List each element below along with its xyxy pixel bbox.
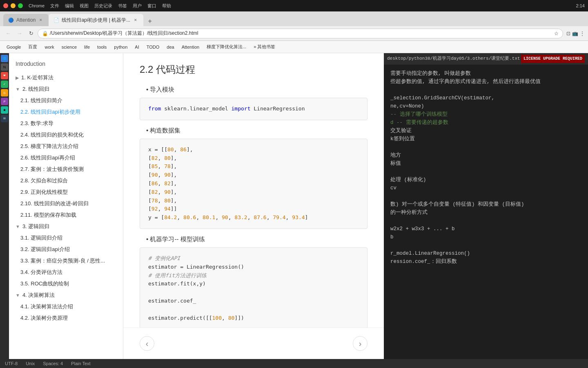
menu-user[interactable]: 用户 [133, 3, 142, 9]
cast-icon[interactable]: 📺 [572, 31, 578, 36]
tab-label-attention: Attention [16, 17, 36, 23]
settings-icon[interactable]: ⋮ [580, 31, 585, 36]
sidebar-item-2[interactable]: ▼ 2. 线性回归 [9, 83, 123, 95]
page-title: 2.2 代码过程 [140, 63, 368, 76]
bullet-3: • 机器学习-- 模型训练 [146, 236, 368, 243]
sidebar-item-3-1[interactable]: 3.1. 逻辑回归介绍 [9, 232, 123, 244]
sidebar-label-3-4: 3.4. 分类评估方法 [20, 269, 62, 276]
menu-file[interactable]: 文件 [50, 3, 59, 9]
rp-line-5: ne,cv=None) [390, 102, 581, 110]
sidebar-item-2-7[interactable]: 2.7. 案例：波士顿房价预测 [9, 164, 123, 175]
bm-todo[interactable]: TODO [143, 43, 163, 51]
bm-tools[interactable]: tools [94, 43, 110, 51]
sidebar-item-1[interactable]: ▶ 1. K-近邻算法 [9, 72, 123, 83]
qr-icon[interactable]: ⊡ [566, 31, 570, 36]
sidebar-label-4: 4. 决策树算法 [22, 292, 55, 299]
bm-ai[interactable]: AI [131, 43, 142, 51]
bm-life[interactable]: life [81, 43, 93, 51]
sidebar-item-3-4[interactable]: 3.4. 分类评估方法 [9, 267, 123, 278]
sidebar-item-4-2[interactable]: 4.2. 决策树分类原理 [9, 312, 123, 324]
menu-view[interactable]: 视图 [80, 3, 89, 9]
dock-icon-1[interactable]: 🌐 [1, 55, 8, 62]
prev-button[interactable]: ‹ [140, 336, 154, 351]
app-name: Chrome [29, 3, 45, 8]
menu-bookmarks[interactable]: 书签 [118, 3, 127, 9]
bm-google[interactable]: Google [3, 43, 24, 51]
menu-history[interactable]: 历史记录 [94, 3, 112, 9]
bm-science[interactable]: science [58, 43, 80, 51]
dock-icon-5[interactable]: G [1, 89, 8, 96]
sidebar-item-2-5[interactable]: 2.5. 梯度下降法方法介绍 [9, 141, 123, 152]
bm-python[interactable]: python [111, 43, 131, 51]
sidebar-item-4-1[interactable]: 4.1. 决策树算法法介绍 [9, 301, 123, 312]
menu-help[interactable]: 帮助 [162, 3, 171, 9]
code-train: # 变例化API estimator = LinearRegression() … [148, 254, 359, 322]
tab-close-section2[interactable]: ✕ [133, 17, 138, 23]
rp-line-16 [390, 192, 581, 200]
new-tab-button[interactable]: + [145, 16, 155, 26]
reload-button[interactable]: ↻ [26, 29, 36, 38]
rp-line-10 [390, 143, 581, 151]
dock-icon-4[interactable]: ✓ [1, 81, 8, 88]
mac-toolbar: Chrome 文件 编辑 视图 历史记录 书签 用户 窗口 帮助 2:14 [0, 0, 588, 11]
dock-icon-8[interactable]: ✉ [1, 115, 8, 122]
sidebar-item-4[interactable]: ▼ 4. 决策树算法 [9, 289, 123, 301]
chevron-down-icon-4: ▼ [16, 293, 20, 298]
sidebar-label-2-7: 2.7. 案例：波士顿房价预测 [20, 166, 84, 173]
sidebar-item-3-5[interactable]: 3.5. ROC曲线的绘制 [9, 278, 123, 289]
tab-close-attention[interactable]: ✕ [38, 17, 44, 23]
sidebar-label-4-1: 4.1. 决策树算法法介绍 [20, 303, 73, 310]
maximize-button[interactable] [18, 3, 23, 8]
sidebar-item-2-4[interactable]: 2.4. 线性回归的损失和优化 [9, 129, 123, 141]
dock-icon-7[interactable]: ★ [1, 106, 8, 114]
bookmarks-bar: Google 百度 work science life tools python… [0, 41, 588, 53]
back-button[interactable]: ← [3, 29, 13, 38]
tab-attention[interactable]: 🔵 Attention ✕ [3, 14, 49, 26]
content-area: Introduction ▶ 1. K-近邻算法 ▼ 2. 线性回归 2.1. … [9, 53, 588, 359]
dock-icon-3[interactable]: ❤ [1, 72, 8, 79]
chevron-down-icon: ▼ [16, 87, 20, 92]
sidebar-item-2-8[interactable]: 2.8. 欠拟合和过拟合 [9, 175, 123, 186]
close-button[interactable] [3, 3, 8, 8]
sidebar-item-2-11[interactable]: 2.11. 模型的保存和加载 [9, 209, 123, 221]
bm-more[interactable]: » 其他书签 [250, 43, 278, 51]
menu-window[interactable]: 窗口 [147, 3, 156, 9]
next-button[interactable]: › [353, 336, 368, 351]
sidebar-item-2-1[interactable]: 2.1. 线性回归简介 [9, 95, 123, 106]
bm-attention[interactable]: Attention [178, 43, 203, 51]
address-bar[interactable]: 🔒 /Users/sherwin/Desktop/机器学习（算法篇）/线性回归/… [38, 29, 563, 38]
sidebar-label-2-3: 2.3. 数学:求导 [20, 120, 53, 127]
rp-line-17: 数) 对一个或多个自变量 (特征值) 和因变量 (目标值) [390, 200, 581, 209]
code-dataset: x = [[80, 86], [82, 80], [85, 78], [90, … [148, 146, 359, 222]
main-panel: 2.2 代码过程 • 导入模块 from sklearn.linear_mode… [123, 53, 384, 359]
tab-label-section2: 线性回归api初步使用 | 机器学... [62, 17, 130, 24]
sidebar-item-3-2[interactable]: 3.2. 逻辑回归api介绍 [9, 244, 123, 255]
sidebar-label-2-10: 2.10. 线性回归的改进-岭回归 [20, 200, 89, 207]
forward-button[interactable]: → [15, 29, 24, 38]
right-panel-filepath: desktop/python38/机器学习day05/3.others/课堂纪要… [387, 55, 520, 63]
bookmark-icon[interactable]: ☆ [554, 31, 559, 36]
sidebar-item-3-3[interactable]: 3.3. 案例：癌症分类预测-良 / 恶性... [9, 255, 123, 267]
sidebar-label-2-1: 2.1. 线性回归简介 [20, 97, 62, 104]
sidebar-item-2-2[interactable]: 2.2. 线性回归api初步使用 [9, 106, 123, 118]
menu-edit[interactable]: 编辑 [65, 3, 74, 9]
sidebar-item-3[interactable]: ▼ 3. 逻辑回归 [9, 221, 123, 232]
status-bar: UTF-8 Unix Spaces: 4 Plain Text [0, 359, 588, 368]
dock-icon-2[interactable]: N [1, 63, 8, 71]
sidebar-label-3: 3. 逻辑回归 [22, 223, 49, 230]
rp-line-21: b [390, 233, 581, 241]
bm-gradient[interactable]: 梯度下降优化算法... [203, 43, 249, 51]
sidebar-label-2-6: 2.6. 线性回归api再介绍 [20, 154, 75, 162]
sidebar-item-2-10[interactable]: 2.10. 线性回归的改进-岭回归 [9, 198, 123, 209]
tab-section2[interactable]: 📄 线性回归api初步使用 | 机器学... ✕ [49, 14, 143, 26]
sidebar-item-2-9[interactable]: 2.9. 正则化线性模型 [9, 186, 123, 198]
sidebar-item-2-6[interactable]: 2.6. 线性回归api再介绍 [9, 152, 123, 164]
bm-baidu[interactable]: 百度 [25, 43, 40, 51]
sidebar-item-2-3[interactable]: 2.3. 数学:求导 [9, 118, 123, 129]
minimize-button[interactable] [11, 3, 16, 8]
rp-line-1: 需要手动指定的参数, 叫做超参数 [390, 70, 581, 78]
bm-work[interactable]: work [41, 43, 57, 51]
sidebar-label-3-3: 3.3. 案例：癌症分类预测-良 / 恶性... [20, 257, 105, 265]
bm-dea[interactable]: dea [163, 43, 177, 51]
dock-icon-6[interactable]: P [1, 98, 8, 105]
